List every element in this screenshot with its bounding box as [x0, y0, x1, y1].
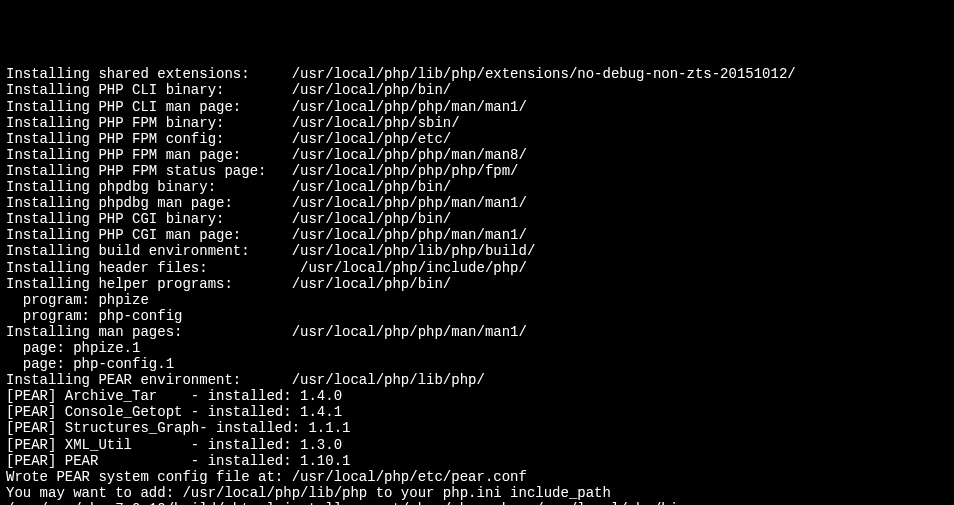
output-line: Installing PHP CGI man page: /usr/local/…	[6, 227, 948, 243]
output-line: Installing helper programs: /usr/local/p…	[6, 276, 948, 292]
output-line: Installing PHP CGI binary: /usr/local/ph…	[6, 211, 948, 227]
output-line: page: phpize.1	[6, 340, 948, 356]
output-line: [PEAR] PEAR - installed: 1.10.1	[6, 453, 948, 469]
output-line: Installing PHP CLI man page: /usr/local/…	[6, 99, 948, 115]
output-line: Installing PHP FPM status page: /usr/loc…	[6, 163, 948, 179]
output-line: Installing build environment: /usr/local…	[6, 243, 948, 259]
output-line: Installing PEAR environment: /usr/local/…	[6, 372, 948, 388]
output-line: [PEAR] Console_Getopt - installed: 1.4.1	[6, 404, 948, 420]
output-line: You may want to add: /usr/local/php/lib/…	[6, 485, 948, 501]
output-line: program: php-config	[6, 308, 948, 324]
output-line: program: phpize	[6, 292, 948, 308]
output-line: Installing PHP FPM config: /usr/local/ph…	[6, 131, 948, 147]
output-line: Installing shared extensions: /usr/local…	[6, 66, 948, 82]
output-line: Wrote PEAR system config file at: /usr/l…	[6, 469, 948, 485]
output-line: /usr/src/php-7.0.10/build/shtool install…	[6, 501, 948, 505]
output-line: Installing PHP FPM binary: /usr/local/ph…	[6, 115, 948, 131]
output-line: page: php-config.1	[6, 356, 948, 372]
output-line: Installing PHP CLI binary: /usr/local/ph…	[6, 82, 948, 98]
terminal-output: Installing shared extensions: /usr/local…	[6, 66, 948, 505]
output-line: Installing header files: /usr/local/php/…	[6, 260, 948, 276]
output-line: Installing phpdbg binary: /usr/local/php…	[6, 179, 948, 195]
output-line: Installing PHP FPM man page: /usr/local/…	[6, 147, 948, 163]
output-line: [PEAR] Structures_Graph- installed: 1.1.…	[6, 420, 948, 436]
output-line: [PEAR] Archive_Tar - installed: 1.4.0	[6, 388, 948, 404]
output-line: Installing phpdbg man page: /usr/local/p…	[6, 195, 948, 211]
output-line: [PEAR] XML_Util - installed: 1.3.0	[6, 437, 948, 453]
output-line: Installing man pages: /usr/local/php/php…	[6, 324, 948, 340]
